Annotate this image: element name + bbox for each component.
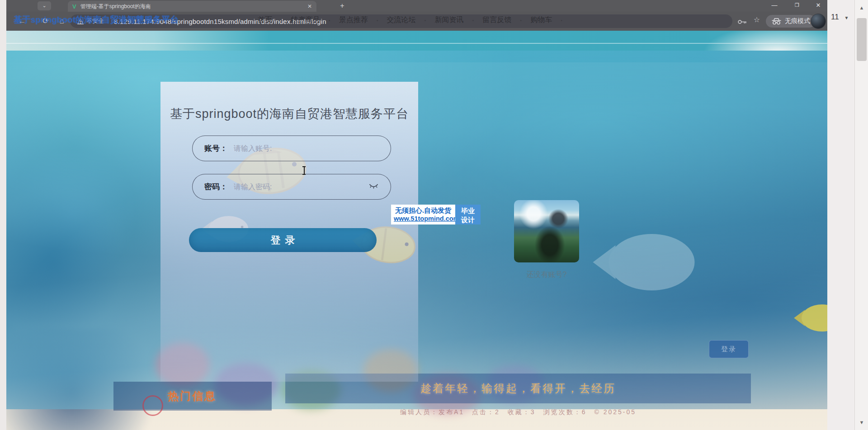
horizon-line-decoration — [6, 43, 827, 44]
viewer-side-strip: 11 ▼ ▲ ▼ — [827, 0, 868, 430]
login-button[interactable]: 登录 — [189, 228, 377, 252]
nav-separator-dot: • — [281, 18, 283, 23]
scroll-down-icon[interactable]: ▼ — [858, 418, 866, 426]
chevron-down-icon: ⌄ — [42, 3, 46, 8]
bookmark-star-icon[interactable]: ☆ — [751, 15, 762, 24]
fish-icon — [791, 299, 827, 337]
fish-icon — [578, 227, 707, 297]
scroll-up-icon[interactable]: ▲ — [858, 4, 866, 12]
incognito-label: 无痕模式 — [785, 17, 810, 25]
window-minimize-button[interactable]: — — [765, 0, 783, 11]
tab-favicon-icon: V — [72, 3, 76, 10]
side-login-button[interactable]: 登录 — [709, 340, 749, 358]
hot-info-title: 热门信息 — [168, 389, 217, 403]
nav-separator-dot: • — [472, 18, 474, 23]
window-close-button[interactable]: ✕ — [809, 0, 827, 11]
nav-separator-dot: • — [329, 18, 330, 23]
browser-window: ⌄ V 管理端-基于springboot的海南 ✕ + — ❐ ✕ ← ⟳ ⌂ … — [6, 0, 827, 430]
warning-icon — [77, 19, 84, 24]
caret-down-icon: ▼ — [844, 15, 849, 20]
site-nav: 首页•特产商品•景点推荐•交流论坛•新闻资讯•留言反馈•购物车• — [253, 15, 566, 25]
watermark-ad[interactable]: 无须担心.自动发货 www.51topmind.com 毕业 设计 — [391, 205, 481, 224]
account-field[interactable]: 账号： — [192, 136, 391, 161]
back-icon[interactable]: ← — [16, 16, 28, 27]
nav-separator-dot: • — [520, 18, 522, 23]
browser-tab[interactable]: V 管理端-基于springboot的海南 ✕ — [68, 1, 316, 12]
new-tab-button[interactable]: + — [337, 1, 348, 10]
tab-close-icon[interactable]: ✕ — [307, 3, 312, 9]
nav-item[interactable]: 景点推荐 — [334, 15, 373, 25]
account-input[interactable] — [234, 145, 379, 153]
nav-item[interactable]: 特产商品 — [286, 15, 325, 25]
window-maximize-button[interactable]: ❐ — [788, 0, 806, 11]
password-field[interactable]: 密码： — [192, 174, 391, 200]
watermark-badge: 毕业 设计 — [455, 205, 481, 224]
footer-meta-text: 编辑人员：发布A1 点击：2 收藏：3 浏览次数：6 © 2025-05 — [285, 408, 751, 416]
page-content: 热门信息 趁着年轻，输得起，看得开，去经历 编辑人员：发布A1 点击：2 收藏：… — [6, 31, 827, 430]
key-icon[interactable] — [737, 19, 747, 27]
password-visibility-icon[interactable] — [369, 183, 379, 191]
nav-separator-dot: • — [377, 18, 378, 23]
tab-strip: ⌄ V 管理端-基于springboot的海南 ✕ + — ❐ ✕ — [6, 0, 827, 12]
register-link[interactable]: 还没有账号? — [508, 270, 585, 280]
watermark-url: www.51topmind.com — [394, 215, 453, 222]
landscape-thumbnail[interactable] — [514, 200, 579, 262]
profile-avatar[interactable] — [811, 14, 826, 29]
tab-list-button[interactable]: ⌄ — [38, 1, 51, 10]
incognito-badge: 无痕模式 — [766, 15, 816, 28]
watermark-badge-line2: 设计 — [455, 215, 481, 224]
security-label: 不安全 — [86, 17, 104, 25]
password-input[interactable] — [234, 183, 369, 191]
viewer-scrollbar[interactable]: ▲ ▼ — [854, 0, 868, 430]
viewer-page-number: 11 — [831, 13, 839, 21]
nav-item[interactable]: 交流论坛 — [382, 15, 421, 25]
nav-separator-dot: • — [561, 18, 562, 23]
nav-item[interactable]: 购物车 — [525, 15, 557, 25]
security-chip[interactable]: 不安全 — [77, 17, 104, 25]
hot-info-banner: 热门信息 — [113, 382, 272, 411]
nav-item[interactable]: 首页 — [253, 15, 277, 25]
login-title: 基于springboot的海南自贸港智慧服务平台 — [160, 106, 418, 122]
login-card: 基于springboot的海南自贸港智慧服务平台 账号： 密码： 登录 — [160, 82, 418, 382]
viewer-page-selector[interactable]: 11 ▼ — [831, 13, 849, 22]
watermark-badge-line1: 毕业 — [455, 206, 481, 215]
scrollbar-thumb[interactable] — [857, 18, 867, 61]
home-icon[interactable]: ⌂ — [56, 16, 68, 27]
watermark-line1: 无须担心.自动发货 — [394, 206, 453, 215]
incognito-icon — [771, 18, 782, 25]
screenshot-viewer: ⌄ V 管理端-基于springboot的海南 ✕ + — ❐ ✕ ← ⟳ ⌂ … — [0, 0, 868, 430]
tab-title: 管理端-基于springboot的海南 — [80, 3, 304, 10]
watermark-text: 无须担心.自动发货 www.51topmind.com — [391, 205, 455, 224]
account-label: 账号： — [204, 143, 227, 154]
nav-item[interactable]: 留言反馈 — [477, 15, 516, 25]
nav-separator-dot: • — [425, 18, 426, 23]
reload-icon[interactable]: ⟳ — [40, 16, 52, 27]
password-label: 密码： — [204, 182, 227, 192]
circle-decoration — [142, 395, 163, 416]
nav-item[interactable]: 新闻资讯 — [429, 15, 468, 25]
